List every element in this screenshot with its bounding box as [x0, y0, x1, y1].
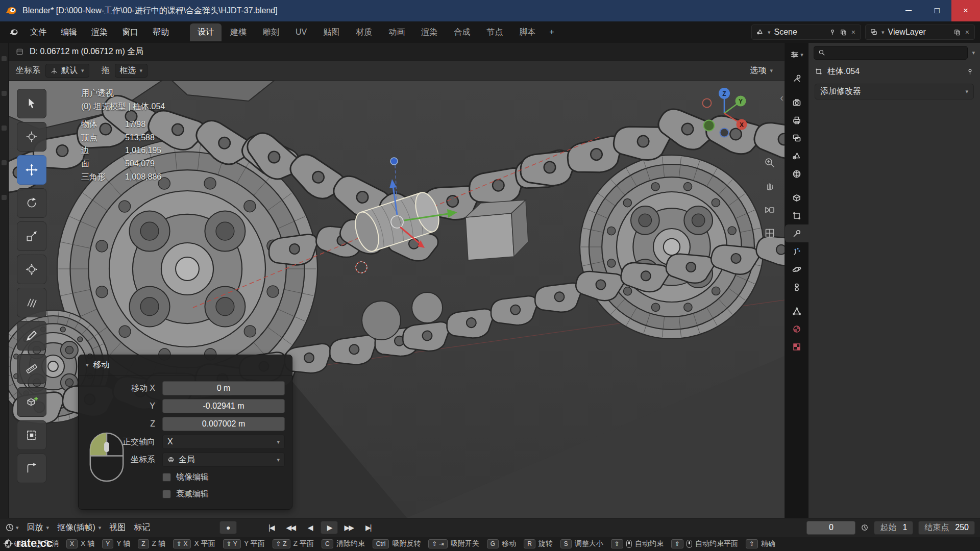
- workspace-tab-nodes[interactable]: 节点: [479, 23, 510, 41]
- move-z-field[interactable]: 0.007002 m: [162, 417, 285, 431]
- tool-annotate[interactable]: [17, 288, 46, 317]
- tab-render[interactable]: [785, 93, 808, 111]
- drag-mode-dropdown[interactable]: 框选 ▾: [115, 64, 148, 78]
- minimize-button[interactable]: ─: [894, 0, 923, 21]
- tab-physics[interactable]: [785, 260, 808, 278]
- workspace-tab-modeling[interactable]: 建模: [223, 23, 254, 41]
- menu-help[interactable]: 帮助: [146, 24, 176, 40]
- menu-edit[interactable]: 编辑: [54, 24, 84, 40]
- tab-tool[interactable]: [785, 69, 808, 87]
- tool-add-primitive[interactable]: [17, 420, 46, 450]
- orientation-dropdown[interactable]: 默认 ▾: [45, 64, 89, 78]
- edge-icon[interactable]: [2, 126, 7, 131]
- tool-extra[interactable]: [17, 454, 46, 483]
- tool-add-cube[interactable]: [17, 387, 46, 417]
- axis-neg-z[interactable]: [720, 129, 729, 137]
- pin-icon[interactable]: [966, 68, 974, 76]
- frame-start-field[interactable]: 起始1: [874, 521, 913, 535]
- viewport-canvas[interactable]: 用户透视 (0) 坦克模型 | 柱体.054 物体17/98 顶点513,588…: [9, 81, 785, 518]
- marker-menu[interactable]: 标记: [134, 522, 150, 533]
- viewlayer-selector[interactable]: ▾ ViewLayer ×: [865, 24, 975, 40]
- jump-to-start-button[interactable]: |◀: [262, 521, 280, 534]
- tab-object-data[interactable]: [785, 302, 808, 320]
- tab-constraints[interactable]: [785, 278, 808, 296]
- panel-collapse-arrow[interactable]: ‹: [780, 92, 783, 104]
- workspace-tab-animation[interactable]: 动画: [381, 23, 412, 41]
- properties-editor-selector[interactable]: ▾: [785, 46, 808, 63]
- pan-hand-icon[interactable]: [762, 179, 777, 194]
- pin-icon[interactable]: [829, 29, 836, 36]
- keying-menu[interactable]: 抠像(插帧)▾: [57, 522, 101, 533]
- tab-particles[interactable]: [785, 242, 808, 260]
- maximize-button[interactable]: □: [923, 0, 951, 21]
- move-y-field[interactable]: -0.02941 m: [162, 399, 285, 413]
- navigation-gizmo[interactable]: Z Y X: [694, 83, 755, 144]
- workspace-tab-material[interactable]: 材质: [348, 23, 380, 41]
- unlink-scene-icon[interactable]: ×: [850, 28, 856, 36]
- workspace-tab-scripting[interactable]: 脚本: [511, 23, 543, 41]
- tool-select-box[interactable]: [17, 89, 46, 118]
- close-button[interactable]: ×: [951, 0, 980, 21]
- edge-icon[interactable]: [2, 160, 7, 165]
- workspace-tab-uv[interactable]: UV: [288, 24, 314, 40]
- tab-scene[interactable]: [785, 147, 808, 165]
- blender-app-menu[interactable]: [5, 24, 22, 40]
- editor-type-icon[interactable]: [16, 48, 23, 56]
- move-x-field[interactable]: 0 m: [162, 381, 285, 395]
- play-button[interactable]: ▶: [321, 521, 338, 534]
- orient-axis-dropdown[interactable]: X ▾: [162, 435, 285, 449]
- edge-icon[interactable]: [2, 91, 7, 96]
- edge-icon[interactable]: [2, 195, 7, 200]
- tab-view-layer[interactable]: [785, 129, 808, 147]
- frame-end-field[interactable]: 结束点250: [918, 521, 975, 535]
- tab-output[interactable]: [785, 111, 808, 129]
- edge-icon[interactable]: [2, 56, 7, 61]
- properties-search-input[interactable]: [814, 46, 968, 60]
- camera-view-icon[interactable]: [762, 202, 777, 217]
- add-modifier-dropdown[interactable]: 添加修改器 ▾: [815, 84, 974, 99]
- scene-selector[interactable]: ▾ Scene ×: [751, 24, 861, 40]
- tool-draw[interactable]: [17, 321, 46, 350]
- ortho-toggle-icon[interactable]: [762, 226, 777, 241]
- tool-transform[interactable]: [17, 255, 46, 284]
- axis-neg-y[interactable]: [704, 120, 715, 131]
- playback-menu[interactable]: 回放▾: [27, 522, 50, 533]
- tool-move[interactable]: [17, 155, 46, 185]
- workspace-tab-design[interactable]: 设计: [190, 23, 222, 41]
- remove-viewlayer-icon[interactable]: ×: [964, 28, 970, 36]
- tab-texture[interactable]: [785, 338, 808, 356]
- mirror-editing-checkbox[interactable]: [162, 473, 171, 482]
- workspace-tab-compositing[interactable]: 合成: [446, 23, 478, 41]
- prev-keyframe-button[interactable]: ◀◀: [282, 521, 299, 534]
- jump-to-end-button[interactable]: ▶|: [359, 521, 377, 534]
- chevron-down-icon[interactable]: ▾: [972, 49, 975, 56]
- new-scene-icon[interactable]: [840, 29, 847, 36]
- view-menu[interactable]: 视图: [109, 522, 126, 533]
- tab-material[interactable]: [785, 320, 808, 338]
- play-reverse-button[interactable]: ◀: [301, 521, 318, 534]
- tab-collection[interactable]: [785, 189, 808, 207]
- menu-render[interactable]: 渲染: [85, 24, 114, 40]
- workspace-tab-sculpt[interactable]: 雕刻: [255, 23, 287, 41]
- add-workspace-button[interactable]: +: [544, 26, 559, 39]
- menu-file[interactable]: 文件: [23, 24, 53, 40]
- tool-scale[interactable]: [17, 221, 46, 251]
- record-button[interactable]: ●: [219, 521, 237, 534]
- zoom-icon[interactable]: [762, 155, 777, 170]
- tab-world[interactable]: [785, 165, 808, 183]
- tab-object[interactable]: [785, 207, 808, 224]
- next-keyframe-button[interactable]: ▶▶: [340, 521, 357, 534]
- tool-measure[interactable]: [17, 354, 46, 384]
- tab-modifiers[interactable]: [785, 224, 808, 242]
- current-frame-field[interactable]: 0: [806, 521, 855, 535]
- tool-rotate[interactable]: [17, 188, 46, 218]
- workspace-tab-render[interactable]: 渲染: [413, 23, 445, 41]
- timeline-editor-selector[interactable]: ▾: [5, 523, 19, 532]
- options-dropdown[interactable]: 选项 ▾: [745, 64, 777, 78]
- coord-system-dropdown[interactable]: 全局 ▾: [162, 453, 285, 467]
- operator-panel-header[interactable]: ▾ 移动: [79, 355, 292, 375]
- new-viewlayer-icon[interactable]: [953, 29, 961, 36]
- tool-cursor[interactable]: [17, 122, 46, 152]
- proportional-editing-checkbox[interactable]: [162, 490, 171, 498]
- workspace-tab-texpaint[interactable]: 贴图: [315, 23, 347, 41]
